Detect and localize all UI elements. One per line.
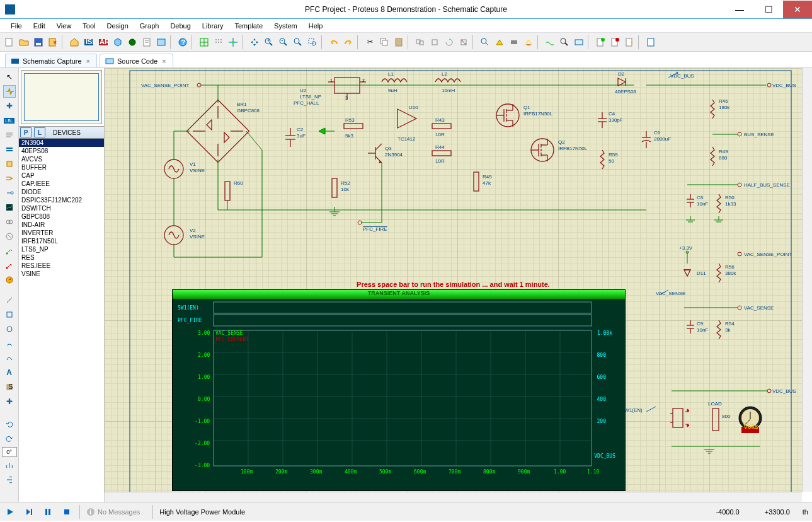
exit-sheet-icon[interactable]	[622, 35, 636, 49]
snap-icon[interactable]	[212, 35, 226, 49]
copy-icon[interactable]	[377, 35, 391, 49]
pcb-icon[interactable]: ARES	[96, 35, 110, 49]
list-item[interactable]: 2N3904	[19, 139, 104, 147]
marker-2d-icon[interactable]: ✚	[3, 395, 16, 408]
menu-view[interactable]: View	[51, 20, 77, 32]
menu-help[interactable]: Help	[303, 20, 329, 32]
property-assign-icon[interactable]	[572, 35, 586, 49]
gerber-icon[interactable]	[125, 35, 139, 49]
zoom-out-icon[interactable]: -	[277, 35, 290, 49]
stop-button[interactable]	[60, 506, 73, 518]
list-item[interactable]: INVERTER	[19, 229, 104, 237]
maximize-button[interactable]: ☐	[754, 1, 783, 18]
flip-horizontal-icon[interactable]	[3, 459, 16, 472]
list-item[interactable]: BUFFER	[19, 163, 104, 171]
terminal-mode-icon[interactable]	[3, 172, 16, 185]
list-item[interactable]: RES.IEEE	[19, 262, 104, 270]
circle-2d-icon[interactable]	[3, 323, 16, 335]
menu-library[interactable]: Library	[197, 20, 229, 32]
decompose-icon[interactable]	[522, 35, 535, 49]
schematic-canvas[interactable]: VAC_SENSE_POINT BR1 GBPC808 V1	[105, 68, 802, 492]
block-copy-icon[interactable]	[413, 35, 427, 49]
list-item[interactable]: CAP.IEEE	[19, 180, 104, 188]
search-icon[interactable]	[558, 35, 571, 49]
pick-icon[interactable]	[478, 35, 492, 49]
source-code-icon[interactable]	[154, 35, 168, 49]
device-list[interactable]: 2N3904 40EPS08 AVCVS BUFFER CAP CAP.IEEE…	[19, 139, 104, 502]
new-project-icon[interactable]	[3, 35, 16, 49]
probe-current-icon[interactable]	[3, 259, 16, 272]
list-item[interactable]: DSPIC33FJ12MC202	[19, 196, 104, 204]
zoom-fit-icon[interactable]	[291, 35, 305, 49]
rotate-ccw-icon[interactable]	[3, 432, 16, 445]
text-script-icon[interactable]	[3, 129, 16, 141]
3dview-icon[interactable]	[111, 35, 125, 49]
horizontal-scrollbar[interactable]	[105, 492, 802, 502]
list-item[interactable]: RES	[19, 253, 104, 262]
probe-voltage-icon[interactable]	[3, 245, 16, 257]
schematic-icon[interactable]: ISIS	[82, 35, 96, 49]
cut-icon[interactable]: ✂	[363, 35, 377, 49]
zoom-area-icon[interactable]	[306, 35, 319, 49]
path-2d-icon[interactable]	[3, 352, 16, 364]
tape-mode-icon[interactable]	[3, 216, 16, 228]
list-item[interactable]: LTS6_NP	[19, 245, 104, 253]
bom-icon[interactable]	[140, 35, 154, 49]
packaging-icon[interactable]	[507, 35, 521, 49]
redo-icon[interactable]	[341, 35, 355, 49]
tab-schematic-capture[interactable]: Schematic Capture ×	[5, 54, 97, 67]
menu-tool[interactable]: Tool	[77, 20, 101, 32]
list-item[interactable]: DIODE	[19, 188, 104, 196]
close-button[interactable]: ✕	[783, 1, 812, 18]
line-2d-icon[interactable]	[3, 294, 16, 306]
vertical-scrollbar[interactable]	[802, 68, 812, 492]
junction-mode-icon[interactable]: ✚	[3, 100, 16, 112]
block-delete-icon[interactable]	[457, 35, 471, 49]
bom-report-icon[interactable]	[644, 35, 658, 49]
menu-debug[interactable]: Debug	[164, 20, 196, 32]
save-icon[interactable]	[31, 35, 45, 49]
step-button[interactable]	[23, 506, 35, 518]
undo-icon[interactable]	[327, 35, 341, 49]
menu-graph[interactable]: Graph	[134, 20, 165, 32]
selection-mode-icon[interactable]: ↖	[3, 71, 16, 83]
home-icon[interactable]	[67, 35, 81, 49]
tab-close-icon[interactable]: ×	[85, 57, 91, 65]
text-2d-icon[interactable]: A	[3, 366, 16, 379]
symbol-2d-icon[interactable]: S	[3, 381, 16, 393]
tab-source-code[interactable]: Source Code ×	[100, 54, 173, 67]
box-2d-icon[interactable]	[3, 308, 16, 321]
menu-design[interactable]: Design	[101, 20, 134, 32]
messages-status[interactable]: i No Messages	[79, 505, 146, 519]
menu-edit[interactable]: Edit	[28, 20, 51, 32]
pick-device-button[interactable]: P	[20, 127, 31, 137]
close-project-icon[interactable]: ×	[46, 35, 60, 49]
device-pin-icon[interactable]	[3, 187, 16, 199]
open-icon[interactable]	[17, 35, 31, 49]
rotate-cw-icon[interactable]	[3, 418, 16, 431]
graph-mode-icon[interactable]	[3, 201, 16, 214]
play-button[interactable]	[4, 506, 16, 518]
grid-toggle-icon[interactable]	[197, 35, 211, 49]
arc-2d-icon[interactable]	[3, 337, 16, 350]
list-item[interactable]: IRFB17N50L	[19, 237, 104, 245]
overview-thumbnail[interactable]	[21, 70, 102, 124]
menu-system[interactable]: System	[268, 20, 303, 32]
remove-sheet-icon[interactable]	[608, 35, 622, 49]
zoom-in-icon[interactable]: +	[262, 35, 276, 49]
bus-mode-icon[interactable]	[3, 143, 16, 156]
tab-close-icon[interactable]: ×	[161, 57, 167, 65]
label-mode-icon[interactable]: LBL	[3, 114, 16, 127]
generator-mode-icon[interactable]	[3, 230, 16, 243]
instrument-mode-icon[interactable]	[3, 274, 16, 286]
menu-file[interactable]: File	[5, 20, 28, 32]
list-item[interactable]: DSWITCH	[19, 204, 104, 212]
transient-graph[interactable]: TRANSIENT ANALYSIS SW1(EN) PFC_FIRE 3.00…	[172, 289, 626, 491]
block-move-icon[interactable]	[428, 35, 442, 49]
pan-icon[interactable]	[248, 35, 261, 49]
help-icon[interactable]: ?	[176, 35, 190, 49]
flip-vertical-icon[interactable]	[3, 473, 16, 486]
list-item[interactable]: GBPC808	[19, 212, 104, 221]
minimize-button[interactable]: —	[725, 1, 754, 18]
paste-icon[interactable]	[392, 35, 406, 49]
